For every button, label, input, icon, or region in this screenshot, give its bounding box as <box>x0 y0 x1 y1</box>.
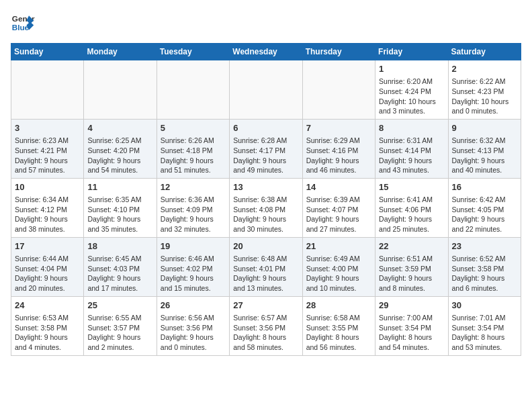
calendar-cell: 2Sunrise: 6:22 AM Sunset: 4:23 PM Daylig… <box>448 60 521 120</box>
calendar-cell <box>84 60 157 120</box>
day-number: 28 <box>306 300 371 312</box>
calendar-cell <box>11 60 84 120</box>
svg-text:Blue: Blue <box>12 23 30 32</box>
calendar-week-row: 10Sunrise: 6:34 AM Sunset: 4:12 PM Dayli… <box>11 178 521 237</box>
day-number: 7 <box>306 122 371 134</box>
day-info: Sunrise: 6:28 AM Sunset: 4:17 PM Dayligh… <box>233 136 298 175</box>
calendar-cell: 20Sunrise: 6:48 AM Sunset: 4:01 PM Dayli… <box>230 237 302 296</box>
calendar-cell: 1Sunrise: 6:20 AM Sunset: 4:24 PM Daylig… <box>375 60 448 120</box>
day-number: 12 <box>161 181 226 193</box>
day-info: Sunrise: 7:01 AM Sunset: 3:54 PM Dayligh… <box>452 313 517 353</box>
day-number: 30 <box>452 300 517 312</box>
day-info: Sunrise: 6:44 AM Sunset: 4:04 PM Dayligh… <box>15 254 80 293</box>
calendar-cell: 14Sunrise: 6:39 AM Sunset: 4:07 PM Dayli… <box>302 178 375 237</box>
day-number: 20 <box>233 240 298 253</box>
day-number: 19 <box>161 240 226 253</box>
calendar-cell: 25Sunrise: 6:55 AM Sunset: 3:57 PM Dayli… <box>84 296 157 355</box>
calendar-week-row: 1Sunrise: 6:20 AM Sunset: 4:24 PM Daylig… <box>11 60 521 120</box>
calendar-header-row: SundayMondayTuesdayWednesdayThursdayFrid… <box>11 44 521 60</box>
calendar-cell: 11Sunrise: 6:35 AM Sunset: 4:10 PM Dayli… <box>84 178 157 237</box>
day-number: 3 <box>15 122 80 134</box>
calendar-cell <box>157 60 229 120</box>
day-number: 1 <box>379 63 444 75</box>
calendar-cell: 29Sunrise: 7:00 AM Sunset: 3:54 PM Dayli… <box>375 296 448 355</box>
day-number: 26 <box>161 300 226 312</box>
day-info: Sunrise: 6:23 AM Sunset: 4:21 PM Dayligh… <box>15 136 80 175</box>
day-number: 6 <box>233 122 298 134</box>
day-number: 21 <box>306 240 371 253</box>
calendar-cell: 7Sunrise: 6:29 AM Sunset: 4:16 PM Daylig… <box>302 119 375 178</box>
day-info: Sunrise: 6:20 AM Sunset: 4:24 PM Dayligh… <box>379 77 444 116</box>
calendar-cell: 18Sunrise: 6:45 AM Sunset: 4:03 PM Dayli… <box>84 237 157 296</box>
day-info: Sunrise: 6:22 AM Sunset: 4:23 PM Dayligh… <box>452 77 517 116</box>
logo-icon: General Blue <box>11 11 35 35</box>
day-info: Sunrise: 6:53 AM Sunset: 3:58 PM Dayligh… <box>15 313 80 353</box>
day-number: 13 <box>233 181 298 193</box>
calendar-cell: 21Sunrise: 6:49 AM Sunset: 4:00 PM Dayli… <box>302 237 375 296</box>
day-number: 18 <box>87 240 152 253</box>
calendar-cell: 17Sunrise: 6:44 AM Sunset: 4:04 PM Dayli… <box>11 237 84 296</box>
day-info: Sunrise: 6:25 AM Sunset: 4:20 PM Dayligh… <box>87 136 152 175</box>
day-number: 17 <box>15 240 80 253</box>
weekday-header: Wednesday <box>230 44 302 60</box>
weekday-header: Thursday <box>302 44 375 60</box>
day-number: 23 <box>452 240 517 253</box>
day-info: Sunrise: 6:46 AM Sunset: 4:02 PM Dayligh… <box>161 254 226 293</box>
day-info: Sunrise: 6:51 AM Sunset: 3:59 PM Dayligh… <box>379 254 444 293</box>
day-info: Sunrise: 6:41 AM Sunset: 4:06 PM Dayligh… <box>379 195 444 234</box>
day-number: 24 <box>15 300 80 312</box>
day-number: 29 <box>379 300 444 312</box>
calendar-cell: 6Sunrise: 6:28 AM Sunset: 4:17 PM Daylig… <box>230 119 302 178</box>
calendar-cell: 15Sunrise: 6:41 AM Sunset: 4:06 PM Dayli… <box>375 178 448 237</box>
day-number: 25 <box>87 300 152 312</box>
day-info: Sunrise: 7:00 AM Sunset: 3:54 PM Dayligh… <box>379 313 444 353</box>
day-number: 9 <box>452 122 517 134</box>
day-info: Sunrise: 6:42 AM Sunset: 4:05 PM Dayligh… <box>452 195 517 234</box>
calendar-cell: 4Sunrise: 6:25 AM Sunset: 4:20 PM Daylig… <box>84 119 157 178</box>
day-info: Sunrise: 6:45 AM Sunset: 4:03 PM Dayligh… <box>87 254 152 293</box>
day-info: Sunrise: 6:39 AM Sunset: 4:07 PM Dayligh… <box>306 195 371 234</box>
calendar-cell: 26Sunrise: 6:56 AM Sunset: 3:56 PM Dayli… <box>157 296 229 355</box>
calendar-cell: 10Sunrise: 6:34 AM Sunset: 4:12 PM Dayli… <box>11 178 84 237</box>
calendar-cell: 16Sunrise: 6:42 AM Sunset: 4:05 PM Dayli… <box>448 178 521 237</box>
day-info: Sunrise: 6:57 AM Sunset: 3:56 PM Dayligh… <box>233 313 298 353</box>
day-info: Sunrise: 6:49 AM Sunset: 4:00 PM Dayligh… <box>306 254 371 293</box>
calendar-cell: 27Sunrise: 6:57 AM Sunset: 3:56 PM Dayli… <box>230 296 302 355</box>
day-info: Sunrise: 6:48 AM Sunset: 4:01 PM Dayligh… <box>233 254 298 293</box>
day-info: Sunrise: 6:29 AM Sunset: 4:16 PM Dayligh… <box>306 136 371 175</box>
calendar-cell: 23Sunrise: 6:52 AM Sunset: 3:58 PM Dayli… <box>448 237 521 296</box>
day-info: Sunrise: 6:38 AM Sunset: 4:08 PM Dayligh… <box>233 195 298 234</box>
day-info: Sunrise: 6:56 AM Sunset: 3:56 PM Dayligh… <box>161 313 226 353</box>
day-number: 27 <box>233 300 298 312</box>
weekday-header: Friday <box>375 44 448 60</box>
day-info: Sunrise: 6:35 AM Sunset: 4:10 PM Dayligh… <box>87 195 152 234</box>
day-number: 8 <box>379 122 444 134</box>
calendar-cell: 5Sunrise: 6:26 AM Sunset: 4:18 PM Daylig… <box>157 119 229 178</box>
day-number: 14 <box>306 181 371 193</box>
day-info: Sunrise: 6:26 AM Sunset: 4:18 PM Dayligh… <box>161 136 226 175</box>
day-info: Sunrise: 6:36 AM Sunset: 4:09 PM Dayligh… <box>161 195 226 234</box>
logo: General Blue <box>11 11 35 35</box>
day-number: 11 <box>87 181 152 193</box>
day-info: Sunrise: 6:31 AM Sunset: 4:14 PM Dayligh… <box>379 136 444 175</box>
day-number: 22 <box>379 240 444 253</box>
page-header: General Blue <box>11 11 521 35</box>
calendar: SundayMondayTuesdayWednesdayThursdayFrid… <box>11 43 521 356</box>
weekday-header: Saturday <box>448 44 521 60</box>
day-info: Sunrise: 6:58 AM Sunset: 3:55 PM Dayligh… <box>306 313 371 353</box>
calendar-cell: 19Sunrise: 6:46 AM Sunset: 4:02 PM Dayli… <box>157 237 229 296</box>
calendar-cell: 30Sunrise: 7:01 AM Sunset: 3:54 PM Dayli… <box>448 296 521 355</box>
calendar-week-row: 3Sunrise: 6:23 AM Sunset: 4:21 PM Daylig… <box>11 119 521 178</box>
calendar-week-row: 17Sunrise: 6:44 AM Sunset: 4:04 PM Dayli… <box>11 237 521 296</box>
calendar-cell: 12Sunrise: 6:36 AM Sunset: 4:09 PM Dayli… <box>157 178 229 237</box>
day-info: Sunrise: 6:34 AM Sunset: 4:12 PM Dayligh… <box>15 195 80 234</box>
calendar-cell: 9Sunrise: 6:32 AM Sunset: 4:13 PM Daylig… <box>448 119 521 178</box>
day-number: 4 <box>87 122 152 134</box>
calendar-cell <box>302 60 375 120</box>
calendar-cell: 22Sunrise: 6:51 AM Sunset: 3:59 PM Dayli… <box>375 237 448 296</box>
weekday-header: Sunday <box>11 44 84 60</box>
weekday-header: Tuesday <box>157 44 229 60</box>
day-number: 16 <box>452 181 517 193</box>
calendar-cell: 13Sunrise: 6:38 AM Sunset: 4:08 PM Dayli… <box>230 178 302 237</box>
calendar-cell: 28Sunrise: 6:58 AM Sunset: 3:55 PM Dayli… <box>302 296 375 355</box>
